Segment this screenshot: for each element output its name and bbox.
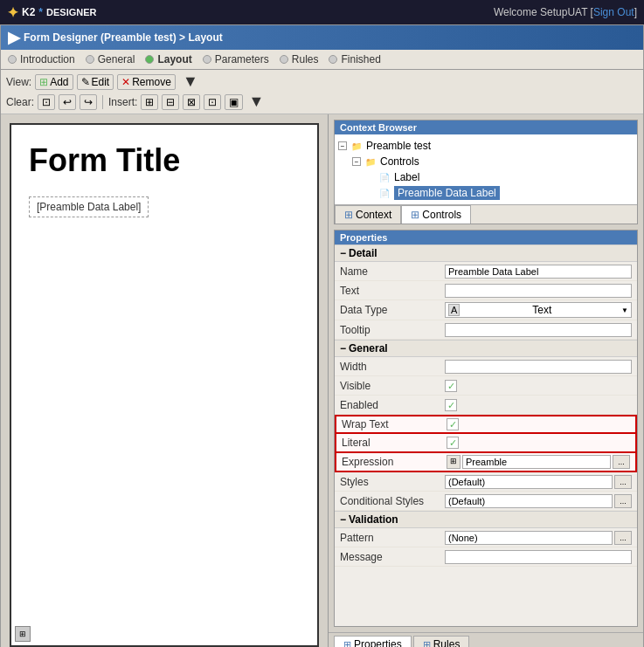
context-tabs: ⊞ Context ⊞ Controls [335, 204, 637, 224]
tree-item-controls[interactable]: − 📁 Controls [352, 154, 634, 169]
collapse-validation[interactable]: − [340, 513, 346, 526]
section-detail: − Detail [335, 244, 637, 262]
tab-label-parameters: Parameters [215, 53, 269, 65]
tab-rules-label: Rules [433, 638, 460, 647]
tab-dot-introduction [8, 55, 17, 64]
wizard-tabs: Introduction General Layout Parameters R… [1, 50, 643, 70]
tab-dot-layout [145, 55, 154, 64]
context-tab-controls[interactable]: ⊞ Controls [401, 205, 471, 224]
remove-button[interactable]: ✕ Remove [117, 74, 176, 90]
tab-label-introduction: Introduction [20, 53, 75, 65]
logo-designer: DESIGNER [46, 7, 96, 17]
checkbox-wraptext[interactable] [447, 418, 459, 430]
tab-properties[interactable]: ⊞ Properties [334, 636, 412, 647]
title-bar: ▶ Form Designer (Preamble test) > Layout [1, 25, 643, 50]
collapse-general[interactable]: − [340, 342, 346, 354]
section-general: − General [335, 340, 637, 357]
prop-value-conditional-styles: ... [445, 494, 632, 508]
tab-parameters[interactable]: Parameters [203, 53, 269, 65]
checkbox-enabled[interactable] [445, 399, 457, 411]
checkbox-visible[interactable] [445, 380, 457, 392]
clear-btn-3[interactable]: ↪ [80, 94, 97, 110]
expand-controls[interactable]: − [352, 157, 361, 166]
expression-btn[interactable]: ... [613, 455, 630, 469]
insert-btn-4[interactable]: ⊡ [204, 94, 221, 110]
canvas-bottom-icon: ⊞ [15, 626, 31, 642]
prop-label-tooltip: Tooltip [340, 324, 445, 336]
toolbar-dropdown[interactable]: ▼ [183, 72, 198, 91]
controls-tab-label: Controls [422, 209, 461, 221]
prop-value-name [445, 265, 632, 279]
insert-btn-5[interactable]: ▣ [225, 94, 243, 110]
prop-label-wraptext: Wrap Text [342, 418, 447, 430]
prop-row-enabled: Enabled [335, 396, 637, 415]
main-window: ▶ Form Designer (Preamble test) > Layout… [0, 24, 644, 647]
prop-input-message[interactable] [445, 550, 632, 564]
page-icon-label: 📄 [377, 170, 391, 184]
prop-label-expression: Expression [342, 456, 447, 468]
tab-layout[interactable]: Layout [145, 53, 191, 65]
prop-label-literal: Literal [342, 437, 447, 449]
insert-btn-1[interactable]: ⊞ [141, 94, 158, 110]
expression-input-group: ⊞ ... [447, 455, 630, 469]
tab-general[interactable]: General [86, 53, 135, 65]
check-enabled [447, 399, 455, 411]
prop-row-conditional-styles: Conditional Styles ... [335, 492, 637, 511]
prop-input-name[interactable] [445, 265, 632, 279]
tab-label-rules: Rules [292, 53, 319, 65]
prop-label-datatype: Data Type [340, 304, 445, 316]
prop-row-pattern: Pattern ... [335, 528, 637, 547]
conditional-styles-btn[interactable]: ... [614, 494, 632, 508]
styles-btn[interactable]: ... [614, 475, 632, 489]
prop-label-enabled: Enabled [340, 399, 445, 411]
prop-value-visible [445, 380, 632, 392]
prop-input-conditional-styles[interactable] [445, 494, 613, 508]
checkbox-literal[interactable] [447, 437, 459, 449]
tab-label-finished: Finished [341, 53, 380, 65]
form-label-box[interactable]: [Preamble Data Label] [29, 196, 149, 217]
signout-link[interactable]: Sign Out [593, 6, 634, 18]
welcome-text: Welcome SetupUAT [Sign Out] [494, 6, 637, 18]
pattern-btn[interactable]: ... [614, 531, 632, 545]
insert-btn-3[interactable]: ⊠ [183, 94, 200, 110]
context-browser-title: Context Browser [335, 120, 637, 134]
tree-item-label[interactable]: 📄 Label [366, 169, 634, 185]
pattern-input-group: ... [445, 531, 632, 545]
tab-rules[interactable]: Rules [280, 53, 319, 65]
prop-input-text[interactable] [445, 284, 632, 298]
tab-dot-finished [329, 55, 337, 64]
add-button[interactable]: ⊞ Add [35, 74, 73, 90]
tree-item-preamble-data-label[interactable]: 📄 Preamble Data Label [366, 185, 634, 201]
prop-value-enabled [445, 399, 632, 411]
context-tab-context[interactable]: ⊞ Context [335, 205, 401, 224]
prop-input-tooltip[interactable] [445, 323, 632, 337]
folder-icon-controls: 📁 [364, 155, 377, 169]
tab-rules[interactable]: ⊞ Rules [413, 636, 470, 647]
tab-introduction[interactable]: Introduction [8, 53, 75, 65]
context-tab-label: Context [356, 209, 391, 221]
toolbar: View: ⊞ Add ✎ Edit ✕ Remove ▼ Clear: ⊡ ↩… [1, 70, 643, 114]
prop-label-text: Text [340, 285, 445, 297]
form-canvas-inner: Form Title [Preamble Data Label] [11, 125, 317, 235]
tab-label-layout: Layout [157, 53, 191, 65]
tree-label-preamble-data-label: Preamble Data Label [394, 186, 500, 200]
tree-label-controls: Controls [380, 155, 419, 168]
prop-value-literal [447, 437, 630, 449]
prop-input-expression[interactable] [462, 455, 611, 469]
tab-finished[interactable]: Finished [329, 53, 380, 65]
toolbar-dropdown-2[interactable]: ▼ [248, 93, 264, 111]
edit-button[interactable]: ✎ Edit [77, 74, 114, 90]
clear-btn-1[interactable]: ⊡ [38, 94, 55, 110]
collapse-detail[interactable]: − [340, 247, 346, 259]
expand-root[interactable]: − [338, 141, 347, 150]
right-panel: Context Browser − 📁 Preamble test − 📁 Co… [329, 114, 643, 647]
tab-dot-rules [280, 55, 288, 64]
prop-input-width[interactable] [445, 360, 632, 374]
prop-select-datatype[interactable]: A Text ▼ [445, 302, 632, 318]
logo-k2: K2 [22, 6, 35, 18]
prop-input-pattern[interactable] [445, 531, 613, 545]
insert-btn-2[interactable]: ⊟ [162, 94, 179, 110]
prop-input-styles[interactable] [445, 475, 613, 489]
clear-btn-2[interactable]: ↩ [59, 94, 76, 110]
tree-item-root[interactable]: − 📁 Preamble test [338, 138, 634, 154]
